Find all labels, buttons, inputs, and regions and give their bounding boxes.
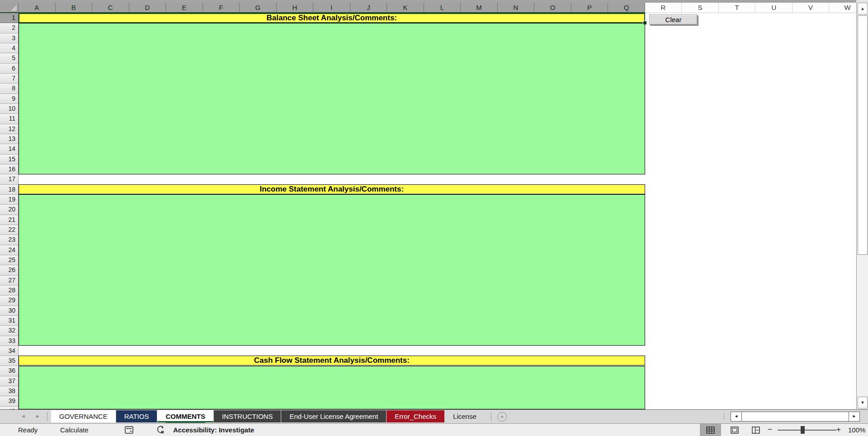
column-header-F[interactable]: F (203, 3, 240, 13)
row-header-16[interactable]: 16 (0, 164, 19, 174)
sheet-tab-governance[interactable]: GOVERNANCE (51, 410, 116, 422)
column-header-K[interactable]: K (387, 3, 424, 13)
scroll-down-icon[interactable]: ▼ (858, 397, 868, 408)
row-header-5[interactable]: 5 (0, 53, 19, 63)
income-statement-comments-area[interactable] (19, 194, 645, 346)
accessibility-checker-icon[interactable] (156, 426, 165, 436)
row-header-10[interactable]: 10 (0, 104, 19, 114)
zoom-in-button[interactable]: + (836, 425, 841, 434)
row-header-7[interactable]: 7 (0, 74, 19, 84)
row-header-24[interactable]: 24 (0, 245, 19, 255)
row-header-9[interactable]: 9 (0, 94, 19, 104)
column-header-M[interactable]: M (461, 3, 498, 13)
column-header-R[interactable]: R (645, 3, 682, 13)
status-calculate[interactable]: Calculate (60, 426, 89, 435)
row-header-25[interactable]: 25 (0, 255, 19, 265)
cell-cash-flow-header[interactable]: Cash Flow Statement Analysis/Comments: (19, 356, 645, 366)
zoom-out-button[interactable]: − (768, 425, 772, 434)
row-header-33[interactable]: 33 (0, 336, 19, 346)
column-header-J[interactable]: J (350, 3, 387, 13)
row-header-21[interactable]: 21 (0, 215, 19, 225)
page-break-preview-button[interactable] (745, 424, 766, 436)
column-header-U[interactable]: U (755, 3, 793, 13)
column-header-H[interactable]: H (277, 3, 314, 13)
column-header-V[interactable]: V (793, 3, 830, 13)
row-header-12[interactable]: 12 (0, 124, 19, 134)
column-header-N[interactable]: N (498, 3, 535, 13)
sheet-tab-instructions[interactable]: INSTRUCTIONS (214, 410, 282, 422)
column-header-B[interactable]: B (56, 3, 93, 13)
normal-view-button[interactable] (700, 424, 721, 436)
cell-income-statement-header[interactable]: Income Statement Analysis/Comments: (19, 184, 645, 194)
row-header-19[interactable]: 19 (0, 195, 19, 205)
column-header-G[interactable]: G (240, 3, 277, 13)
horizontal-scrollbar[interactable]: ◄ ► (731, 412, 860, 422)
page-layout-view-button[interactable] (724, 424, 745, 436)
zoom-slider-track[interactable] (778, 430, 836, 431)
column-header-T[interactable]: T (719, 3, 756, 13)
column-header-A[interactable]: A (19, 3, 56, 13)
select-all-corner[interactable] (0, 3, 19, 13)
scroll-left-icon[interactable]: ◄ (731, 412, 742, 421)
sheet-tab-license[interactable]: License (445, 410, 485, 422)
row-header-38[interactable]: 38 (0, 386, 19, 396)
scrollbar-resize-grip[interactable]: ⋮ (721, 412, 727, 420)
row-header-1[interactable]: 1 (0, 13, 19, 23)
row-header-30[interactable]: 30 (0, 306, 19, 316)
row-header-39[interactable]: 39 (0, 396, 19, 406)
sheet-tab-error-checks[interactable]: Error_Checks (387, 410, 445, 422)
row-header-34[interactable]: 34 (0, 346, 19, 356)
column-header-C[interactable]: C (92, 3, 129, 13)
sheet-tab-end-user-license-agreement[interactable]: End-User License Agreement (281, 410, 387, 422)
row-header-20[interactable]: 20 (0, 205, 19, 215)
row-header-11[interactable]: 11 (0, 114, 19, 124)
row-header-4[interactable]: 4 (0, 43, 19, 53)
row-header-28[interactable]: 28 (0, 286, 19, 295)
sheet-tab-ratios[interactable]: RATIOS (116, 410, 158, 422)
column-header-L[interactable]: L (424, 3, 461, 13)
row-header-13[interactable]: 13 (0, 134, 19, 144)
clear-button[interactable]: Clear (649, 14, 698, 25)
sheet-nav-right-icon[interactable]: ► (35, 413, 40, 419)
scroll-right-icon[interactable]: ► (849, 412, 859, 421)
vertical-scrollbar[interactable]: ▲ ▼ (856, 3, 868, 409)
column-header-S[interactable]: S (682, 3, 719, 13)
row-header-14[interactable]: 14 (0, 144, 19, 154)
cash-flow-comments-area[interactable] (19, 366, 645, 410)
row-header-22[interactable]: 22 (0, 225, 19, 235)
accessibility-status[interactable]: Accessibility: Investigate (173, 426, 254, 435)
zoom-slider-thumb[interactable] (801, 426, 805, 434)
vertical-scrollbar-thumb[interactable] (858, 15, 868, 255)
sheet-nav-left-icon[interactable]: ◄ (21, 413, 26, 419)
row-header-2[interactable]: 2 (0, 23, 19, 33)
balance-sheet-comments-area[interactable] (19, 23, 645, 174)
column-header-Q[interactable]: Q (608, 3, 645, 13)
row-header-3[interactable]: 3 (0, 33, 19, 43)
column-header-D[interactable]: D (129, 3, 166, 13)
row-header-15[interactable]: 15 (0, 155, 19, 164)
row-header-36[interactable]: 36 (0, 366, 19, 376)
row-header-27[interactable]: 27 (0, 276, 19, 286)
column-header-E[interactable]: E (166, 3, 203, 13)
column-header-O[interactable]: O (534, 3, 571, 13)
row-header-18[interactable]: 18 (0, 185, 19, 195)
scroll-up-icon[interactable]: ▲ (858, 3, 868, 14)
row-header-6[interactable]: 6 (0, 64, 19, 74)
row-header-29[interactable]: 29 (0, 295, 19, 305)
row-header-8[interactable]: 8 (0, 84, 19, 94)
macro-record-icon[interactable] (125, 426, 133, 436)
row-header-23[interactable]: 23 (0, 235, 19, 245)
row-header-35[interactable]: 35 (0, 356, 19, 366)
column-header-I[interactable]: I (313, 3, 350, 13)
column-header-P[interactable]: P (571, 3, 609, 13)
new-sheet-button[interactable]: + (497, 412, 507, 422)
row-header-31[interactable]: 31 (0, 316, 19, 326)
row-header-17[interactable]: 17 (0, 174, 19, 184)
zoom-level[interactable]: 100% (848, 426, 865, 435)
cell-balance-sheet-header[interactable]: Balance Sheet Analysis/Comments: (19, 13, 645, 23)
row-header-32[interactable]: 32 (0, 326, 19, 336)
sheet-tab-comments[interactable]: COMMENTS (157, 410, 214, 422)
row-header-26[interactable]: 26 (0, 265, 19, 275)
row-header-37[interactable]: 37 (0, 376, 19, 386)
selection-fill-handle[interactable] (643, 21, 646, 24)
